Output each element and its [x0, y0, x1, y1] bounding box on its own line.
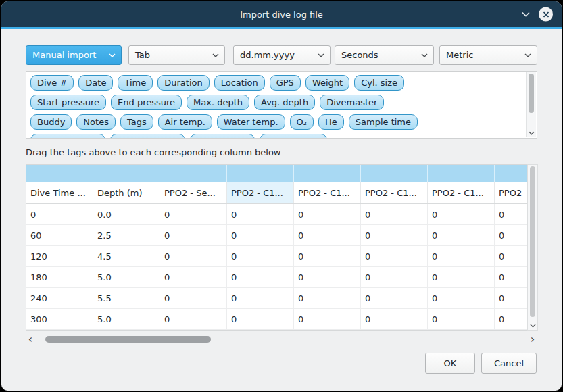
separator-select[interactable]: Tab — [128, 45, 225, 65]
column-header[interactable]: Depth (m) — [93, 182, 160, 203]
table-cell: 0 — [361, 204, 428, 224]
drop-target-cell[interactable] — [495, 165, 527, 182]
drag-tag[interactable]: Sample depth — [30, 134, 105, 138]
titlebar[interactable]: Import dive log file — [1, 1, 562, 27]
drag-tag[interactable]: He — [318, 114, 344, 130]
tag-panel-rows: Dive #DateTimeDurationLocationGPSWeightC… — [26, 72, 537, 138]
table-cell: 5.0 — [93, 267, 160, 287]
scrollbar-thumb[interactable] — [529, 74, 534, 113]
close-button[interactable] — [539, 7, 553, 22]
scrollbar-thumb[interactable] — [45, 336, 211, 343]
table-cell: 0 — [294, 267, 361, 287]
duration-format-select[interactable]: Seconds — [335, 45, 434, 65]
chevron-down-icon — [312, 46, 330, 64]
column-header[interactable]: PPO2 - C1... — [361, 182, 428, 203]
drag-tag[interactable]: Weight — [305, 75, 349, 91]
drag-tag[interactable]: Water temp. — [217, 114, 285, 130]
drag-tag[interactable]: End pressure — [111, 95, 182, 110]
table-cell: 180 — [26, 267, 93, 287]
drag-tag[interactable]: Date — [78, 75, 113, 91]
table-cell: 0 — [361, 225, 428, 245]
scrollbar-thumb[interactable] — [530, 166, 535, 317]
table-cell: 0 — [428, 246, 495, 266]
drag-tag[interactable]: Max. depth — [187, 95, 249, 110]
ok-button[interactable]: OK — [425, 353, 475, 374]
table-cell: 5.5 — [93, 288, 160, 308]
table-row: 00.0000000 — [26, 204, 527, 225]
drag-tag[interactable]: Time — [118, 75, 153, 91]
drop-target-cell[interactable] — [160, 165, 227, 182]
drag-tag[interactable]: Cyl. size — [354, 75, 404, 91]
table-cell: 4.5 — [93, 246, 160, 266]
scrollbar-track[interactable] — [37, 336, 526, 343]
table-cell: 0 — [428, 288, 495, 308]
drop-target-cell[interactable] — [361, 165, 428, 182]
drag-tag[interactable]: Dive # — [30, 75, 74, 91]
table-horizontal-scrollbar[interactable]: ‹ › — [26, 335, 537, 344]
table-cell: 0 — [294, 288, 361, 308]
drag-tag[interactable]: Notes — [76, 114, 116, 130]
drag-tag[interactable]: GPS — [270, 75, 301, 91]
column-header[interactable]: PPO2 - C1... — [227, 182, 294, 203]
drop-target-cell[interactable] — [428, 165, 495, 182]
drag-tag[interactable]: Sample CNS — [260, 134, 327, 138]
accent-divider — [1, 27, 562, 29]
drag-tag[interactable]: O₂ — [290, 114, 314, 130]
table-cell: 0 — [160, 309, 227, 329]
tag-panel-scrollbar[interactable] — [526, 72, 536, 137]
drag-tag[interactable]: Location — [214, 75, 265, 91]
column-header[interactable]: PPO2 - C1... — [428, 182, 495, 203]
tag-row: Sample depthSample temp.Sample pO₂Sample… — [30, 134, 522, 138]
drag-tag[interactable]: Divemaster — [320, 95, 384, 110]
tag-panel: Dive #DateTimeDurationLocationGPSWeightC… — [26, 71, 537, 139]
drop-target-cell[interactable] — [93, 165, 160, 182]
drop-target-cell[interactable] — [26, 165, 93, 182]
table-row: 1805.0000000 — [26, 267, 527, 288]
table-row: 2405.5000000 — [26, 288, 527, 309]
drag-tag[interactable]: Sample pO₂ — [190, 134, 255, 138]
drop-target-row — [26, 165, 527, 182]
table-body: 00.0000000602.50000001204.50000001805.00… — [26, 204, 527, 330]
scroll-left-icon[interactable]: ‹ — [26, 334, 35, 345]
table-header-row: Dive Time ...Depth (m)PPO2 - Se...PPO2 -… — [26, 182, 527, 204]
table-cell: 0 — [495, 225, 527, 245]
cancel-button[interactable]: Cancel — [481, 353, 537, 374]
scroll-down-icon[interactable] — [528, 324, 537, 328]
import-mode-select[interactable]: Manual import — [26, 45, 122, 65]
chevron-down-icon[interactable] — [521, 11, 531, 17]
column-header[interactable]: PPO2 - Se... — [160, 182, 227, 203]
table-cell: 2.5 — [93, 225, 160, 245]
date-format-select[interactable]: dd.mm.yyyy — [233, 45, 331, 65]
table-cell: 0 — [160, 288, 227, 308]
table-cell: 0 — [495, 204, 527, 224]
drag-tag[interactable]: Air temp. — [158, 114, 212, 130]
table-cell: 0 — [495, 288, 527, 308]
units-select[interactable]: Metric — [439, 45, 537, 65]
drag-tag[interactable]: Tags — [120, 114, 153, 130]
table-cell: 60 — [26, 225, 93, 245]
drop-target-cell[interactable] — [227, 165, 294, 182]
chevron-down-icon — [207, 46, 224, 64]
column-header[interactable]: PPO2 - C1... — [294, 182, 361, 203]
table-cell: 0 — [26, 204, 93, 224]
column-header[interactable]: PPO2 — [495, 182, 527, 203]
drop-target-cell[interactable] — [294, 165, 361, 182]
drag-tag[interactable]: Sample temp. — [110, 134, 185, 138]
table-cell: 0 — [294, 246, 361, 266]
drag-tag[interactable]: Buddy — [30, 114, 72, 130]
table-row: 602.5000000 — [26, 225, 527, 246]
import-options-toolbar: Manual import Tab dd.mm.yyyy Seconds Met… — [26, 45, 537, 65]
table-cell: 0 — [361, 246, 428, 266]
drag-tag[interactable]: Avg. depth — [254, 95, 315, 110]
table-cell: 0 — [160, 267, 227, 287]
table-cell: 120 — [26, 246, 93, 266]
table-cell: 0 — [361, 267, 428, 287]
scroll-right-icon[interactable]: › — [528, 334, 537, 345]
table-scrollbar[interactable] — [527, 164, 538, 331]
drag-tag[interactable]: Start pressure — [30, 95, 106, 110]
drag-tag[interactable]: Duration — [157, 75, 209, 91]
column-header[interactable]: Dive Time ... — [26, 182, 93, 203]
scroll-down-icon[interactable] — [527, 131, 536, 135]
drag-tag[interactable]: Sample time — [349, 114, 418, 130]
instruction-label: Drag the tags above to each correspondin… — [26, 147, 537, 157]
